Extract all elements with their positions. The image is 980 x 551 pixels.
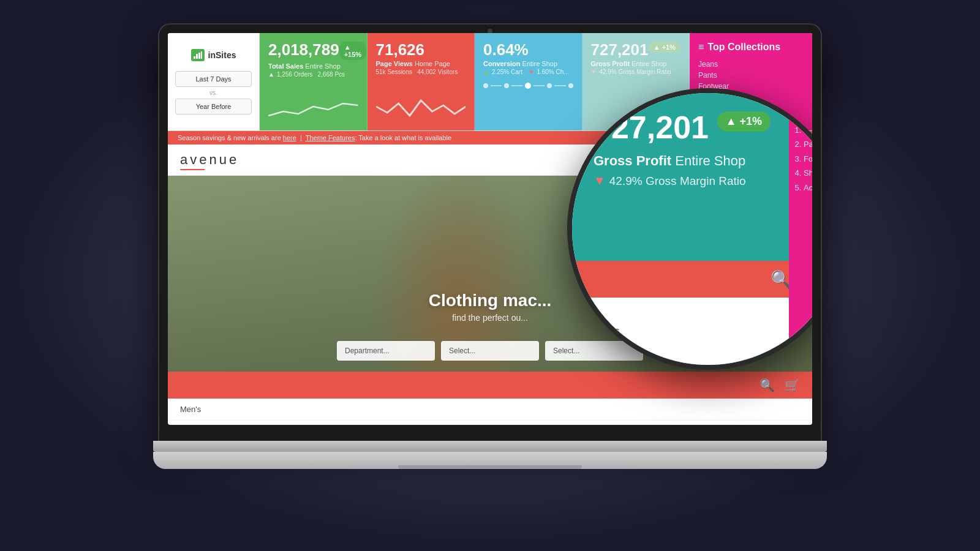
- total-sales-badge: ▲ +15%: [339, 42, 366, 60]
- dot: [568, 83, 573, 88]
- filter-2[interactable]: Select...: [441, 341, 539, 361]
- hero-title: Clothing mac...: [429, 291, 552, 310]
- mag-sub: ▼ 42.9% Gross Margin Ratio: [594, 174, 771, 188]
- hero-subtitle: find the perfect ou...: [429, 313, 552, 323]
- total-sales-value: 2,018,789: [268, 42, 339, 58]
- line-connector: [511, 85, 522, 86]
- department-filter[interactable]: Department...: [337, 341, 435, 361]
- mag-collections-icon: ≡: [795, 105, 812, 118]
- magnifier-content: 727,201 ▲ +1% Gross Profit Entire Shop ▼…: [572, 93, 812, 365]
- store-subnav: Men's: [168, 399, 812, 421]
- metric-tile-page-views[interactable]: 71,626 Page Views Home Page 51k Sessions…: [368, 33, 475, 130]
- total-sales-label: Total Sales Entire Shop: [268, 62, 358, 70]
- dot: [547, 83, 552, 88]
- insites-logo-icon: [191, 49, 205, 61]
- year-before-button[interactable]: Year Before: [175, 99, 252, 114]
- page-views-sub: 51k Sessions 44,002 Visitors: [376, 69, 466, 75]
- insites-logo-text: inSites: [208, 50, 236, 60]
- insites-logo-section: inSites Last 7 Days vs. Year Before: [168, 33, 260, 130]
- conversion-sub: ▲ 2.25% Cart ▼ 1.60% Ch...: [483, 69, 573, 75]
- mag-collections-list: Jean Pant Foot Shirt Acce: [795, 123, 812, 195]
- dot: [504, 83, 509, 88]
- page-views-label: Page Views Home Page: [376, 60, 466, 67]
- line-connector: [491, 85, 502, 86]
- conversion-label: Conversion Entire Shop: [483, 60, 573, 67]
- page-views-value: 71,626: [376, 42, 425, 58]
- svg-rect-0: [194, 56, 195, 59]
- svg-rect-3: [201, 51, 202, 59]
- magnifier: 727,201 ▲ +1% Gross Profit Entire Shop ▼…: [567, 88, 812, 370]
- date-buttons: Last 7 Days vs. Year Before: [175, 71, 252, 114]
- cart-icon[interactable]: 🛒: [785, 378, 800, 392]
- metric-tile-total-sales[interactable]: 2,018,789 ▲ +15% Total Sales Entire Shop…: [260, 33, 368, 130]
- top-collections-header: ≡ Top Collections: [698, 42, 804, 53]
- insites-logo: inSites: [191, 49, 236, 61]
- mag-collection-item: Foot: [804, 152, 812, 166]
- search-icon[interactable]: 🔍: [760, 378, 775, 392]
- mag-collection-item: Shirt: [804, 166, 812, 180]
- mag-white-bottom: Men's: [572, 298, 812, 365]
- mag-collection-item: Jean: [804, 123, 812, 137]
- gross-profit-badge: ▲ +1%: [649, 42, 680, 53]
- dot-active: [525, 83, 531, 89]
- announcement-text: Season savings & new arrivals are here |…: [178, 134, 451, 141]
- laptop-base: [153, 452, 827, 469]
- store-search-bar: 🔍 🛒: [168, 372, 812, 399]
- line-connector: [533, 85, 545, 86]
- hero-text: Clothing mac... find the perfect ou...: [429, 291, 552, 323]
- mag-collection-item: Pant: [804, 137, 812, 151]
- collection-item: Jeans: [698, 59, 804, 70]
- gross-profit-value: 727,201: [591, 42, 649, 58]
- conversion-value: 0.64%: [483, 42, 529, 58]
- theme-features-link[interactable]: Theme Features: [306, 134, 355, 141]
- mag-value: 727,201: [594, 111, 709, 143]
- metric-tile-conversion[interactable]: 0.64% Conversion Entire Shop ▲ 2.25% Car…: [475, 33, 582, 130]
- svg-rect-2: [198, 53, 200, 59]
- mag-label: Gross Profit Entire Shop: [594, 153, 771, 169]
- laptop-container: inSites Last 7 Days vs. Year Before 2,01…: [153, 24, 827, 527]
- mag-bottom-nav: Men's: [590, 325, 619, 338]
- laptop-screen-frame: inSites Last 7 Days vs. Year Before 2,01…: [159, 24, 821, 441]
- dot: [483, 83, 488, 88]
- mag-top-collections: ≡ Jean Pant Foot Shirt Acce: [789, 93, 812, 365]
- collections-title: Top Collections: [707, 42, 780, 53]
- subnav-mens[interactable]: Men's: [180, 405, 201, 414]
- announcement-link[interactable]: here: [283, 134, 296, 141]
- mag-collection-item: Acce: [804, 181, 812, 195]
- laptop-hinge: [153, 441, 827, 452]
- mag-header: 727,201 ▲ +1%: [594, 111, 771, 143]
- mag-badge: ▲ +1%: [717, 111, 771, 132]
- screen-content: inSites Last 7 Days vs. Year Before 2,01…: [168, 33, 812, 425]
- gross-profit-sub: ▼ 42.9% Gross Margin Ratio: [591, 69, 681, 75]
- gross-profit-label: Gross Profit Entire Shop: [591, 60, 681, 67]
- store-logo: avenue: [180, 152, 239, 168]
- collection-item: Pants: [698, 70, 804, 81]
- vs-label: vs.: [175, 89, 252, 96]
- collections-icon: ≡: [698, 42, 704, 53]
- mag-red-bar: 🔍 🛒: [572, 261, 812, 298]
- total-sales-sub: ▲ 1,256 Orders 2,668 Pcs: [268, 71, 358, 78]
- last-days-button[interactable]: Last 7 Days: [175, 71, 252, 87]
- svg-rect-1: [196, 54, 198, 59]
- line-connector: [554, 85, 565, 86]
